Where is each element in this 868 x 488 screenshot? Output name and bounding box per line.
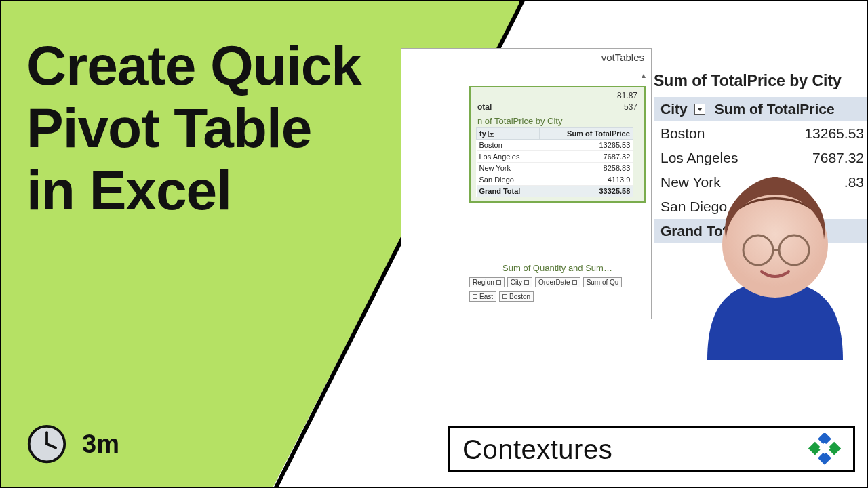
- table-row: San Diego4113.9: [477, 174, 633, 185]
- duration-text: 3m: [82, 430, 119, 459]
- filter-dropdown-icon[interactable]: [488, 131, 494, 137]
- contextures-logo-icon: [808, 433, 841, 466]
- svg-rect-12: [819, 443, 831, 454]
- brand-bar: Contextures: [448, 426, 855, 472]
- filter-values: East Boston: [469, 291, 646, 302]
- filter-dropdown-icon[interactable]: [694, 104, 705, 115]
- title-line-2: Pivot Table: [26, 97, 361, 159]
- grand-total-row: Grand Total33325.58: [477, 185, 633, 197]
- recommended-pivottables-dialog[interactable]: votTables ▴ 81.87 otal537 n of TotalPric…: [401, 48, 652, 319]
- filter-value[interactable]: Boston: [499, 291, 534, 302]
- dialog-title-fragment: votTables: [601, 52, 644, 63]
- field-chip[interactable]: City: [507, 277, 532, 287]
- scroll-up-icon[interactable]: ▴: [642, 70, 646, 80]
- pivot-header: City Sum of TotalPrice: [654, 97, 868, 121]
- table-row: Los Angeles7687.32: [477, 150, 633, 162]
- preview-table: ty Sum of TotalPrice Boston13265.53 Los …: [476, 127, 633, 197]
- field-chip[interactable]: Region: [469, 277, 505, 287]
- next-preview-caption: Sum of Quantity and Sum…: [469, 263, 646, 273]
- field-list: Region City OrderDate Sum of Qu: [469, 277, 646, 287]
- brand-name: Contextures: [462, 434, 612, 465]
- field-chip[interactable]: OrderDate: [535, 277, 580, 287]
- filter-value[interactable]: East: [469, 291, 496, 302]
- pivot-preview-selected[interactable]: 81.87 otal537 n of TotalPrice by City ty…: [469, 86, 646, 203]
- presenter-photo: [694, 157, 856, 360]
- pivot-title: Sum of TotalPrice by City: [654, 72, 868, 90]
- clock-icon: [26, 424, 67, 464]
- title-line-3: in Excel: [26, 159, 361, 222]
- preview-title: n of TotalPrice by City: [477, 116, 640, 126]
- table-row: Boston13265.53: [654, 121, 868, 146]
- duration-meta: 3m: [26, 424, 119, 464]
- video-title: Create Quick Pivot Table in Excel: [26, 35, 361, 221]
- table-row: Boston13265.53: [477, 139, 633, 150]
- field-chip[interactable]: Sum of Qu: [583, 277, 623, 287]
- table-row: New York8258.83: [477, 162, 633, 174]
- title-line-1: Create Quick: [26, 35, 361, 97]
